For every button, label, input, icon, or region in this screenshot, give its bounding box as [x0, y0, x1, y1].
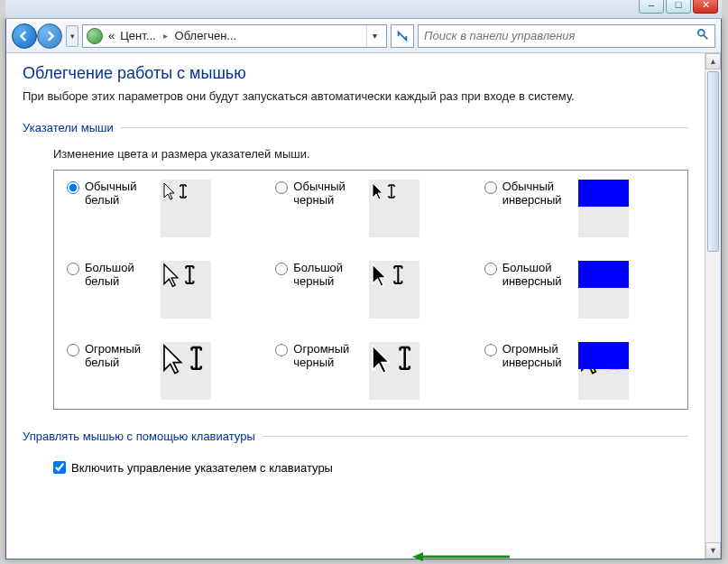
pointer-preview — [578, 180, 629, 237]
forward-button[interactable] — [37, 23, 62, 49]
address-bar[interactable]: « Цент... ▸ Облегчен... ▾ — [82, 24, 387, 48]
pointer-preview — [161, 261, 211, 319]
page-title: Облегчение работы с мышью — [23, 64, 688, 83]
pointer-option-huge-black[interactable]: Огромныйчерный — [275, 342, 465, 400]
close-button[interactable]: ✕ — [693, 0, 718, 14]
pointer-radio[interactable] — [484, 344, 497, 356]
pointer-label: Большойбелый — [85, 261, 155, 289]
page-description: При выборе этих параметров они будут зап… — [23, 88, 688, 105]
pointer-option-big-black[interactable]: Большойчерный — [275, 261, 465, 319]
pointer-radio[interactable] — [67, 344, 79, 356]
breadcrumb-prefix: « — [108, 29, 115, 42]
window: – □ ✕ ▾ « Цент... ▸ Облегчен... ▾ — [5, 18, 722, 559]
pointer-preview — [578, 342, 629, 400]
pointer-radio[interactable] — [484, 181, 497, 194]
keyboard-group-legend: Управлять мышью с помощью клавиатуры — [23, 430, 263, 443]
pointer-option-reg-black[interactable]: Обычныйчерный — [275, 180, 465, 237]
chevron-right-icon: ▸ — [161, 31, 170, 41]
history-dropdown[interactable]: ▾ — [66, 25, 78, 47]
svg-marker-3 — [412, 552, 423, 559]
content-pane: Облегчение работы с мышью При выборе эти… — [6, 53, 705, 559]
maximize-button[interactable]: □ — [666, 0, 691, 14]
pointer-radio[interactable] — [67, 263, 79, 275]
address-dropdown[interactable]: ▾ — [366, 25, 382, 47]
svg-line-1 — [704, 35, 707, 39]
keyboard-group: Управлять мышью с помощью клавиатуры Вкл… — [23, 430, 688, 475]
titlebar: – □ ✕ — [5, 0, 722, 19]
pointer-preview — [161, 342, 211, 400]
pointer-grid: Обычныйбелый Обычныйчерный Обычныйинверс… — [53, 170, 688, 410]
arrow-right-icon — [44, 31, 55, 42]
pointer-option-huge-inv[interactable]: Огромныйинверсный — [484, 342, 675, 400]
search-input[interactable] — [424, 29, 696, 42]
pointer-preview — [161, 180, 211, 237]
pointer-radio[interactable] — [275, 344, 288, 356]
pointer-label: Большойинверсный — [502, 261, 573, 289]
pointer-radio[interactable] — [484, 263, 497, 275]
nav-arrows — [12, 23, 62, 49]
vertical-scrollbar[interactable]: ▲ ▼ — [705, 53, 721, 559]
mousekeys-checkbox[interactable] — [53, 461, 66, 474]
refresh-button[interactable] — [391, 24, 414, 48]
breadcrumb-item[interactable]: Облегчен... — [175, 29, 237, 42]
pointer-option-big-inv[interactable]: Большойинверсный — [484, 261, 675, 319]
arrow-left-icon — [19, 31, 30, 42]
search-icon — [696, 28, 709, 43]
refresh-icon — [396, 30, 409, 42]
mousekeys-checkbox-row[interactable]: Включить управление указателем с клавиат… — [53, 461, 688, 475]
pointer-option-big-white[interactable]: Большойбелый — [67, 261, 257, 319]
annotation-arrow — [412, 550, 511, 559]
pointer-label: Обычныйбелый — [85, 180, 155, 208]
svg-point-0 — [698, 30, 705, 36]
pointer-option-reg-white[interactable]: Обычныйбелый — [67, 180, 257, 237]
breadcrumb-item[interactable]: Цент... — [120, 29, 155, 42]
scroll-up-button[interactable]: ▲ — [705, 53, 721, 69]
pointer-label: Огромныйбелый — [85, 342, 155, 370]
pointer-radio[interactable] — [275, 181, 288, 194]
pointer-label: Обычныйчерный — [293, 180, 364, 208]
pointer-group: Указатели мыши Изменение цвета и размера… — [23, 121, 688, 410]
back-button[interactable] — [12, 23, 37, 49]
pointer-label: Большойчерный — [293, 261, 364, 289]
pointer-preview — [369, 180, 419, 237]
pointer-radio[interactable] — [67, 181, 79, 194]
pointer-preview — [369, 261, 419, 319]
pointer-option-huge-white[interactable]: Огромныйбелый — [67, 342, 257, 400]
scroll-thumb[interactable] — [707, 71, 719, 252]
search-box[interactable] — [418, 24, 715, 48]
pointer-label: Огромныйчерный — [293, 342, 364, 370]
pointer-label: Огромныйинверсный — [502, 342, 573, 370]
mousekeys-label: Включить управление указателем с клавиат… — [71, 461, 333, 475]
control-panel-icon — [87, 28, 103, 44]
navbar: ▾ « Цент... ▸ Облегчен... ▾ — [6, 19, 721, 53]
pointer-radio[interactable] — [275, 263, 288, 275]
pointer-preview — [578, 261, 629, 319]
pointer-label: Обычныйинверсный — [502, 180, 573, 208]
pointer-option-reg-inv[interactable]: Обычныйинверсный — [484, 180, 675, 237]
scroll-down-button[interactable]: ▼ — [705, 542, 721, 559]
minimize-button[interactable]: – — [639, 0, 664, 14]
pointer-group-desc: Изменение цвета и размера указателей мыш… — [53, 147, 688, 161]
pointer-group-legend: Указатели мыши — [23, 121, 121, 134]
pointer-preview — [369, 342, 419, 400]
